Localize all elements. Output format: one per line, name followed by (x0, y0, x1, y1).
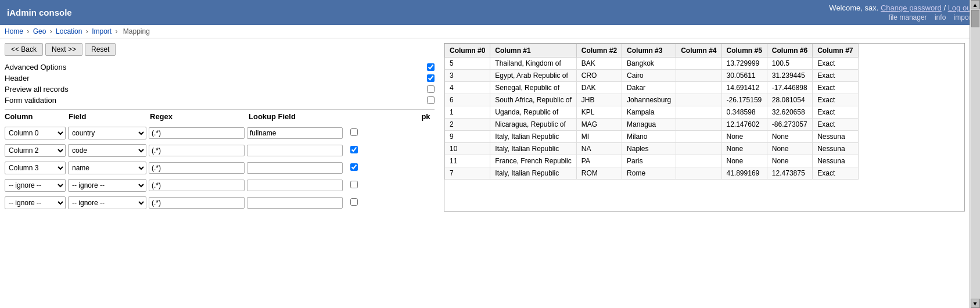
column-1-select[interactable]: Column 0Column 1Column 2Column 3-- ignor… (5, 144, 66, 157)
pk-0-checkbox[interactable] (350, 128, 358, 136)
info-link[interactable]: info (935, 13, 946, 22)
breadcrumb-import[interactable]: Import (92, 27, 112, 35)
scrollbar-up[interactable]: ▲ (971, 0, 980, 9)
table-row: 11France, French RepublicPAParisNoneNone… (445, 155, 859, 167)
column-header-row: Column Field Regex Lookup Field pk (5, 109, 435, 124)
pk-2-checkbox[interactable] (350, 163, 358, 171)
regex-0-input[interactable] (149, 127, 245, 139)
breadcrumb-geo[interactable]: Geo (33, 27, 46, 35)
regex-1-input[interactable] (149, 145, 245, 156)
col-header-5: Column #5 (721, 44, 767, 58)
regex-4-input[interactable] (149, 197, 245, 209)
regex-3-input[interactable] (149, 180, 245, 191)
scrollbar-thumb (971, 10, 979, 27)
option-preview-all: Preview all records (5, 84, 435, 95)
scrollbar-track (971, 9, 980, 216)
advanced-options-checkbox[interactable] (427, 63, 435, 71)
regex-col-header: Regex (150, 112, 249, 121)
col-header-2: Column #2 (576, 44, 622, 58)
form-validation-checkbox[interactable] (427, 96, 435, 104)
welcome-prefix: Welcome, (829, 3, 864, 12)
welcome-text: Welcome, sax. Change password / Log out (829, 3, 973, 12)
option-form-validation: Form validation (5, 95, 435, 106)
table-header-row: Column #0 Column #1 Column #2 Column #3 … (445, 44, 859, 58)
scrollbar[interactable]: ▲ ▼ (970, 0, 980, 216)
lookup-3-input[interactable] (247, 180, 343, 191)
option-advanced-options: Advanced Options (5, 62, 435, 73)
breadcrumb-mapping: Mapping (123, 27, 150, 35)
column-col-header: Column (5, 112, 69, 121)
lookup-1-input[interactable] (247, 145, 343, 156)
username: sax (865, 3, 877, 12)
header-checkbox[interactable] (427, 74, 435, 82)
column-4-select[interactable]: Column 0Column 1Column 2Column 3-- ignor… (5, 196, 66, 209)
next-button[interactable]: Next >> (45, 43, 82, 56)
mapping-row-0: Column 0Column 1Column 2Column 3-- ignor… (5, 124, 435, 142)
top-bar-right: Welcome, sax. Change password / Log out … (829, 3, 973, 22)
form-validation-label: Form validation (5, 96, 56, 105)
mapping-row-1: Column 0Column 1Column 2Column 3-- ignor… (5, 142, 435, 159)
column-2-select[interactable]: Column 0Column 1Column 2Column 3-- ignor… (5, 162, 66, 174)
lookup-col-header: Lookup Field (249, 112, 417, 121)
back-button[interactable]: << Back (5, 43, 43, 56)
options-section: Advanced Options Header Preview all reco… (5, 62, 435, 106)
table-row: 2Nicaragua, Republic ofMAGManagua12.1476… (445, 119, 859, 131)
field-1-select[interactable]: countrycodename-- ignore -- (68, 144, 146, 157)
table-body: 5Thailand, Kingdom ofBAKBangkok13.729999… (445, 58, 859, 180)
col-header-3: Column #3 (622, 44, 676, 58)
header-label: Header (5, 74, 30, 83)
col-header-1: Column #1 (490, 44, 576, 58)
table-row: 3Egypt, Arab Republic ofCROCairo30.05611… (445, 70, 859, 82)
reset-button[interactable]: Reset (85, 43, 116, 56)
table-row: 5Thailand, Kingdom ofBAKBangkok13.729999… (445, 58, 859, 70)
table-header: Column #0 Column #1 Column #2 Column #3 … (445, 44, 859, 58)
table-row: 4Senegal, Republic ofDAKDakar14.691412-1… (445, 82, 859, 94)
table-row: 10Italy, Italian RepublicNANaplesNoneNon… (445, 143, 859, 155)
mapping-row-3: Column 0Column 1Column 2Column 3-- ignor… (5, 177, 435, 194)
lookup-0-input[interactable] (247, 127, 343, 139)
table-row: 1Uganda, Republic ofKPLKampala0.34859832… (445, 106, 859, 119)
data-table: Column #0 Column #1 Column #2 Column #3 … (444, 44, 859, 180)
option-header: Header (5, 73, 435, 84)
column-0-select[interactable]: Column 0Column 1Column 2Column 3-- ignor… (5, 127, 66, 139)
top-bar-links: file manager info import (829, 13, 973, 22)
pk-1-checkbox[interactable] (350, 146, 358, 153)
top-bar: iAdmin console Welcome, sax. Change pass… (0, 0, 980, 25)
preview-all-label: Preview all records (5, 85, 69, 94)
preview-all-checkbox[interactable] (427, 85, 435, 93)
col-header-4: Column #4 (676, 44, 721, 58)
table-row: 6South Africa, Republic ofJHBJohannesbur… (445, 94, 859, 106)
table-row: 7Italy, Italian RepublicROMRome41.899169… (445, 167, 859, 180)
col-header-7: Column #7 (813, 44, 858, 58)
regex-2-input[interactable] (149, 162, 245, 174)
change-password-link[interactable]: Change password (881, 3, 942, 12)
advanced-options-label: Advanced Options (5, 63, 66, 71)
pk-3-checkbox[interactable] (350, 181, 358, 188)
field-4-select[interactable]: countrycodename-- ignore -- (68, 196, 146, 209)
lookup-2-input[interactable] (247, 162, 343, 174)
data-table-panel: Column #0 Column #1 Column #2 Column #3 … (444, 43, 965, 212)
col-header-6: Column #6 (767, 44, 812, 58)
column-3-select[interactable]: Column 0Column 1Column 2Column 3-- ignor… (5, 179, 66, 192)
main-content: << Back Next >> Reset Advanced Options H… (0, 38, 970, 216)
toolbar: << Back Next >> Reset (5, 43, 435, 56)
field-2-select[interactable]: countrycodename-- ignore -- (68, 162, 146, 174)
breadcrumb-home[interactable]: Home (5, 27, 23, 35)
left-panel: << Back Next >> Reset Advanced Options H… (5, 43, 435, 212)
file-manager-link[interactable]: file manager (889, 13, 927, 22)
field-3-select[interactable]: countrycodename-- ignore -- (68, 179, 146, 192)
breadcrumb-location[interactable]: Location (56, 27, 82, 35)
table-row: 9Italy, Italian RepublicMIMilanoNoneNone… (445, 131, 859, 143)
mapping-row-4: Column 0Column 1Column 2Column 3-- ignor… (5, 194, 435, 212)
col-header-0: Column #0 (445, 44, 490, 58)
app-title: iAdmin console (7, 8, 72, 17)
field-0-select[interactable]: countrycodename-- ignore -- (68, 127, 146, 139)
pk-4-checkbox[interactable] (350, 198, 358, 206)
pk-col-header: pk (417, 112, 435, 121)
field-col-header: Field (69, 112, 150, 121)
lookup-4-input[interactable] (247, 197, 343, 209)
mapping-row-2: Column 0Column 1Column 2Column 3-- ignor… (5, 159, 435, 177)
breadcrumb: Home › Geo › Location › Import › Mapping (0, 25, 980, 38)
